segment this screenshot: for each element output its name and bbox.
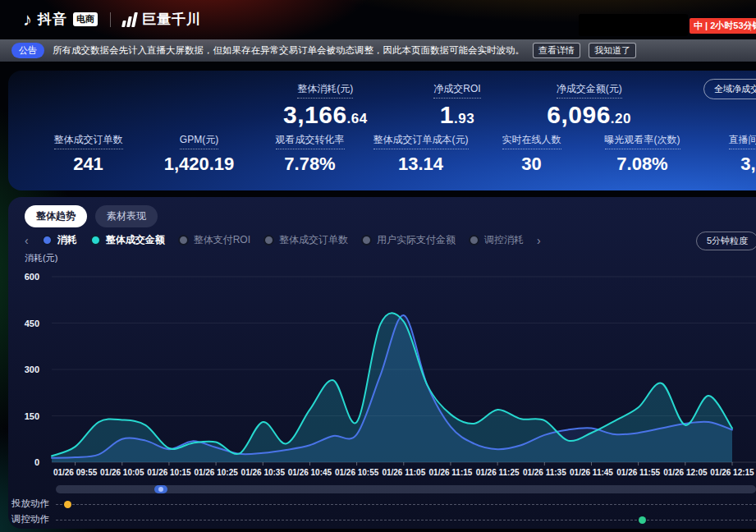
- qianchuan-logo-text: 巨量千川: [142, 10, 201, 29]
- svg-text:01/26 10:35: 01/26 10:35: [241, 468, 286, 477]
- live-duration-badge: 中 | 2小时53分钟: [690, 18, 756, 34]
- announcement-badge: 公告: [11, 43, 44, 58]
- legend-item-order-count[interactable]: 整体成交订单数: [263, 233, 348, 247]
- metric-online-users: 实时在线人数 30: [476, 131, 587, 175]
- metric-net-roi: 净成交ROI 1.93: [433, 80, 480, 129]
- regulation-actions-label: 调控动作: [11, 513, 49, 525]
- brand-divider: [110, 12, 111, 27]
- delivery-actions-row: 投放动作: [0, 498, 756, 511]
- top-bar: ♪ 抖音 电商 巨量千川 中 | 2小时53分钟 |: [0, 0, 756, 39]
- svg-text:01/26 11:25: 01/26 11:25: [476, 468, 520, 477]
- ecommerce-badge: 电商: [73, 12, 98, 26]
- acknowledge-button[interactable]: 我知道了: [589, 43, 636, 58]
- metric-value: 3,166.64: [283, 101, 368, 129]
- brand-area: ♪ 抖音 电商 巨量千川: [23, 10, 201, 29]
- douyin-logo-text: 抖音: [38, 10, 67, 29]
- metric-label: 整体消耗(元): [297, 82, 353, 99]
- qianchuan-bars-icon: [121, 12, 138, 27]
- chevron-left-icon[interactable]: ‹: [25, 235, 29, 246]
- header-divider: |: [749, 20, 752, 31]
- data-scope-selector[interactable]: 全域净成交数据 ∨: [703, 79, 756, 99]
- svg-text:300: 300: [25, 365, 39, 374]
- announcement-text: 所有成交数据会先计入直播大屏数据，但如果存在异常交易订单会被动态调整，因此本页面…: [53, 44, 525, 57]
- series-dot: [178, 235, 189, 245]
- trend-chart[interactable]: 消耗(元)015030045060001/26 09:5501/26 10:05…: [0, 246, 756, 484]
- regulation-actions-row: 调控动作: [0, 513, 756, 526]
- svg-text:01/26 11:05: 01/26 11:05: [382, 468, 425, 477]
- svg-text:01/26 12:05: 01/26 12:05: [663, 468, 708, 477]
- legend-item-pay-roi[interactable]: 整体支付ROI: [178, 233, 250, 247]
- svg-text:01/26 10:25: 01/26 10:25: [194, 468, 238, 477]
- series-dot: [361, 235, 372, 245]
- delivery-actions-label: 投放动作: [11, 498, 49, 510]
- secondary-metrics: 整体成交订单数 241 GPM(元) 1,420.19 观看成交转化率 7.78…: [33, 131, 756, 175]
- douyin-note-icon: ♪: [23, 11, 32, 29]
- metric-view-conversion: 观看成交转化率 7.78%: [254, 131, 365, 175]
- legend-item-user-paid[interactable]: 用户实际支付金额: [361, 233, 456, 247]
- view-details-button[interactable]: 查看详情: [533, 43, 580, 58]
- metrics-panel: 整体消耗(元) 3,166.64 净成交ROI 1.93 净成交金额(元) 6,…: [8, 71, 756, 190]
- svg-text:01/26 11:15: 01/26 11:15: [429, 468, 473, 477]
- legend-item-gmv[interactable]: 整体成交金额: [90, 233, 165, 247]
- tab-overall-trend[interactable]: 整体趋势: [25, 205, 87, 227]
- action-marker-dot[interactable]: [64, 501, 71, 508]
- metric-value: 1.93: [433, 101, 480, 129]
- metric-order-cost: 整体成交订单成本(元) 13.14: [365, 131, 476, 175]
- series-dot: [90, 235, 101, 245]
- chevron-right-icon[interactable]: ›: [537, 235, 541, 246]
- regulation-actions-track: [56, 520, 756, 521]
- legend-row: ‹ 消耗 整体成交金额 整体支付ROI 整体成交订单数 用户实际支付金额: [25, 233, 681, 247]
- series-dot: [469, 235, 479, 245]
- chart-scrollbar[interactable]: [56, 485, 756, 493]
- metric-net-gmv: 净成交金额(元) 6,096.20: [547, 80, 631, 129]
- series-dot: [42, 235, 53, 245]
- legend-item-cost[interactable]: 消耗: [42, 233, 77, 247]
- trend-tabs: 整体趋势 素材表现: [25, 205, 158, 227]
- svg-text:01/26 10:45: 01/26 10:45: [288, 468, 332, 477]
- svg-text:150: 150: [25, 411, 39, 421]
- svg-text:01/26 10:05: 01/26 10:05: [100, 468, 144, 477]
- masked-area: [579, 14, 688, 36]
- metric-exposure-view-rate: 曝光观看率(次数) 7.08%: [587, 131, 698, 175]
- metric-value: 6,096.20: [547, 101, 631, 129]
- metric-gpm: GPM(元) 1,420.19: [144, 131, 254, 175]
- metric-order-count: 整体成交订单数 241: [33, 131, 144, 175]
- legend-item-regulate-cost[interactable]: 调控消耗: [469, 233, 524, 247]
- primary-metrics: 整体消耗(元) 3,166.64 净成交ROI 1.93 净成交金额(元) 6,…: [283, 80, 631, 129]
- action-marker-dot[interactable]: [639, 516, 646, 524]
- svg-text:01/26 11:45: 01/26 11:45: [570, 468, 613, 477]
- delivery-actions-track: [56, 504, 756, 505]
- dashboard: ♪ 抖音 电商 巨量千川 中 | 2小时53分钟 | 公告 所有成交数据会先计入…: [0, 0, 756, 532]
- svg-text:01/26 11:55: 01/26 11:55: [616, 468, 660, 477]
- svg-text:450: 450: [25, 319, 39, 328]
- metric-total-cost: 整体消耗(元) 3,166.64: [283, 80, 368, 129]
- svg-text:0: 0: [34, 457, 39, 467]
- svg-text:消耗(元): 消耗(元): [25, 253, 57, 263]
- metric-label: 净成交ROI: [433, 82, 480, 99]
- metric-label: 净成交金额(元): [557, 82, 622, 99]
- scrollbar-handle[interactable]: [154, 485, 167, 493]
- svg-text:600: 600: [25, 272, 39, 282]
- svg-text:01/26 10:55: 01/26 10:55: [335, 468, 379, 477]
- svg-text:01/26 12:15: 01/26 12:15: [710, 468, 754, 477]
- svg-text:01/26 09:55: 01/26 09:55: [53, 468, 98, 477]
- svg-text:01/26 10:15: 01/26 10:15: [147, 468, 191, 477]
- announcement-bar: 公告 所有成交数据会先计入直播大屏数据，但如果存在异常交易订单会被动态调整，因此…: [0, 39, 756, 62]
- metric-room-overall: 直播间整体 3,0: [698, 131, 756, 175]
- svg-text:01/26 11:35: 01/26 11:35: [523, 468, 566, 477]
- series-dot: [263, 235, 274, 245]
- tab-material-performance[interactable]: 素材表现: [95, 205, 158, 227]
